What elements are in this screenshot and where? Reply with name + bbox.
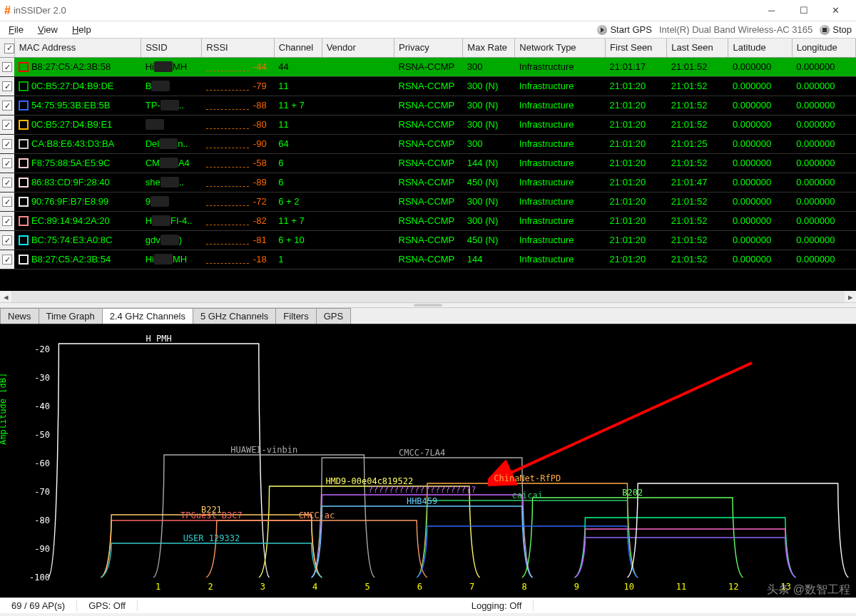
col-rssi[interactable]: RSSI [202,38,274,57]
table-row[interactable]: 54:75:95:3B:EB:5BTP-xxxx..-8811 + 7RSNA-… [0,96,856,115]
cell-privacy: RSNA-CCMP [394,211,463,230]
cell-lastseen: 21:01:52 [667,76,728,96]
cell-privacy: RSNA-CCMP [394,230,463,250]
row-checkbox[interactable] [2,178,12,188]
col-check[interactable] [0,38,14,57]
table-row[interactable]: B8:27:C5:A2:3B:54HixxxxMH-181RSNA-CCMP14… [0,250,856,269]
color-chip-icon [19,235,29,245]
cell-ssid: CMxxxxA4 [141,153,202,173]
adapter-label[interactable]: Intel(R) Dual Band Wireless-AC 3165 [659,24,812,35]
col-channel[interactable]: Channel [274,38,322,57]
table-row[interactable]: F8:75:88:5A:E5:9CCMxxxxA4-586RSNA-CCMP14… [0,153,856,173]
cell-latitude: 0.000000 [728,57,792,76]
cell-firstseen: 21:01:20 [606,173,667,192]
cell-longitude: 0.000000 [792,76,855,96]
menu-view[interactable]: View [38,24,58,35]
row-checkbox[interactable] [2,216,12,226]
table-row[interactable]: BC:75:74:E3:A0:8Cgdvxxxx)-816 + 10RSNA-C… [0,230,856,250]
chart-xtick: 2 [208,582,213,592]
cell-firstseen: 21:01:20 [606,76,667,96]
cell-ssid: 9xxxx [141,192,202,211]
splitter-handle[interactable] [0,302,856,308]
tab-news[interactable]: News [0,308,39,324]
table-row[interactable]: B8:27:C5:A2:3B:58HixxxxMH-4444RSNA-CCMP3… [0,57,856,76]
col-firstseen[interactable]: First Seen [606,38,667,57]
maximize-button[interactable]: ☐ [788,1,820,21]
cell-ssid: TP-xxxx.. [141,96,202,115]
start-gps-button[interactable]: Start GPS [597,24,652,35]
row-checkbox[interactable] [2,81,12,91]
cell-mac: B8:27:C5:A2:3B:58 [31,61,111,72]
col-longitude[interactable]: Longitude [792,38,855,57]
scroll-left-icon[interactable]: ◂ [0,291,11,302]
row-checkbox[interactable] [2,120,12,130]
color-chip-icon [19,62,29,72]
col-lastseen[interactable]: Last Seen [667,38,728,57]
status-gps: GPS: Off [77,600,138,611]
col-maxrate[interactable]: Max Rate [463,38,515,57]
cell-mac: 54:75:95:3B:EB:5B [31,100,111,111]
cell-vendor [322,192,394,211]
cell-rssi: -88 [202,96,274,115]
table-row[interactable]: 90:76:9F:B7:E8:999xxxx-726 + 2RSNA-CCMP3… [0,192,856,211]
scroll-right-icon[interactable]: ▸ [845,291,856,302]
tab-time-graph[interactable]: Time Graph [39,308,103,324]
minimize-button[interactable]: ─ [755,1,788,21]
cell-lastseen: 21:01:47 [667,173,728,192]
tab-filters[interactable]: Filters [275,308,316,324]
cell-networktype: Infrastructure [515,115,606,134]
cell-vendor [322,250,394,269]
cell-lastseen: 21:01:52 [667,115,728,134]
cell-lastseen: 21:01:52 [667,211,728,230]
cell-networktype: Infrastructure [515,230,606,250]
table-row[interactable]: 0C:B5:27:D4:B9:DEBxxxx-7911RSNA-CCMP300 … [0,76,856,96]
cell-firstseen: 21:01:20 [606,211,667,230]
chart-series-label: H PMH [146,334,172,344]
row-checkbox[interactable] [2,139,12,149]
col-mac[interactable]: MAC Address [14,38,141,57]
row-checkbox[interactable] [2,235,12,245]
cell-lastseen: 21:01:52 [667,230,728,250]
network-grid[interactable]: MAC Address SSID RSSI Channel Vendor Pri… [0,38,856,291]
chart-ytick: -90 [34,544,50,554]
cell-longitude: 0.000000 [792,96,855,115]
table-row[interactable]: 0C:B5:27:D4:B9:E1xxxx-8011RSNA-CCMP300 (… [0,115,856,134]
row-checkbox[interactable] [2,158,12,168]
table-row[interactable]: CA:B8:E6:43:D3:BADelxxxxn..-9064RSNA-CCM… [0,134,856,153]
cell-mac: 0C:B5:27:D4:B9:DE [31,81,114,91]
color-chip-icon [19,120,29,130]
chart-series-label: HHB459 [407,496,437,506]
close-button[interactable]: ✕ [820,1,852,21]
tab-5-ghz-channels[interactable]: 5 GHz Channels [193,308,276,324]
menu-help[interactable]: Help [72,24,91,35]
status-logging: Logging: Off [460,600,534,611]
stop-button[interactable]: Stop [820,24,852,35]
scroll-track[interactable] [11,291,845,302]
row-checkbox[interactable] [2,255,12,265]
cell-vendor [322,173,394,192]
horizontal-scrollbar[interactable]: ◂ ▸ [0,291,856,302]
row-checkbox[interactable] [2,101,12,111]
col-latitude[interactable]: Latitude [728,38,792,57]
cell-latitude: 0.000000 [728,96,792,115]
menu-file[interactable]: File [9,24,24,35]
row-checkbox[interactable] [2,197,12,207]
cell-rssi: -79 [202,76,274,96]
cell-longitude: 0.000000 [792,57,855,76]
cell-ssid: Bxxxx [141,76,202,96]
row-checkbox[interactable] [2,62,12,72]
chart-xtick: 8 [521,582,526,592]
table-row[interactable]: 86:83:CD:9F:28:40shexxxx..-896RSNA-CCMP4… [0,173,856,192]
cell-networktype: Infrastructure [515,211,606,230]
tab-gps[interactable]: GPS [316,308,351,324]
play-icon [597,25,607,35]
col-networktype[interactable]: Network Type [515,38,606,57]
cell-networktype: Infrastructure [515,173,606,192]
col-privacy[interactable]: Privacy [394,38,463,57]
col-ssid[interactable]: SSID [141,38,202,57]
cell-networktype: Infrastructure [515,134,606,153]
table-row[interactable]: EC:89:14:94:2A:20HxxxxFI-4..-8211 + 7RSN… [0,211,856,230]
stop-icon [820,25,830,35]
col-vendor[interactable]: Vendor [322,38,394,57]
tab-2-4-ghz-channels[interactable]: 2.4 GHz Channels [102,308,193,324]
